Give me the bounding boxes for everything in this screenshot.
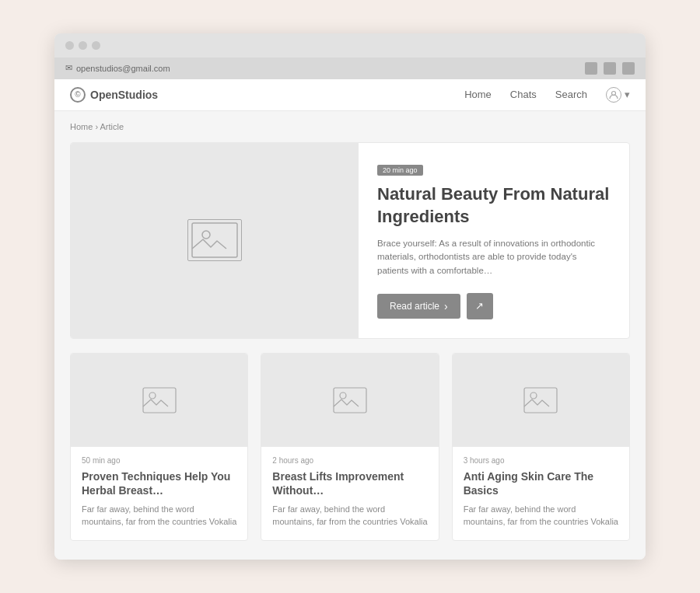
- image-placeholder-featured: [187, 219, 242, 261]
- svg-point-6: [340, 392, 346, 399]
- card-excerpt-2: Far far away, behind the word mountains,…: [464, 504, 618, 528]
- card-image-2: [453, 354, 629, 447]
- featured-article: 20 min ago Natural Beauty From Natural I…: [70, 142, 630, 339]
- svg-rect-1: [192, 223, 237, 257]
- articles-grid: 50 min ago Proven Techniques Help You He…: [70, 353, 630, 541]
- facebook-icon[interactable]: [585, 62, 597, 75]
- read-article-chevron: ›: [444, 300, 448, 312]
- nav-home[interactable]: Home: [464, 89, 492, 100]
- brand-name: OpenStudios: [90, 89, 158, 101]
- featured-time-badge: 20 min ago: [377, 165, 423, 176]
- svg-rect-5: [334, 388, 366, 413]
- image-icon-2: [523, 387, 558, 413]
- read-article-label: Read article: [390, 301, 439, 312]
- article-card-1: 2 hours ago Breast Lifts Improvement Wit…: [261, 353, 439, 541]
- svg-rect-7: [524, 388, 557, 413]
- browser-dot-green: [92, 41, 100, 50]
- breadcrumb: Home › Article: [70, 122, 630, 131]
- navbar: © OpenStudios Home Chats Search ▾: [54, 79, 646, 111]
- email-icon: ✉: [65, 63, 72, 73]
- browser-window: ✉ openstudios@gmail.com © OpenStudios Ho…: [54, 33, 646, 560]
- card-image-0: [71, 354, 247, 447]
- topbar-email-section: ✉ openstudios@gmail.com: [65, 63, 170, 73]
- image-icon-0: [142, 387, 177, 413]
- card-title-2: Anti Aging Skin Care The Basics: [464, 469, 618, 497]
- svg-point-2: [202, 231, 210, 239]
- card-content-2: 3 hours ago Anti Aging Skin Care The Bas…: [453, 447, 629, 540]
- featured-excerpt: Brace yourself: As a result of innovatio…: [377, 237, 611, 277]
- image-icon-1: [333, 387, 367, 413]
- share-button[interactable]: ↗: [467, 293, 493, 319]
- nav-links: Home Chats Search: [464, 89, 587, 100]
- user-dropdown-icon: ▾: [625, 89, 630, 100]
- featured-title: Natural Beauty From Natural Ingredients: [377, 183, 611, 228]
- social-icons: [585, 62, 635, 75]
- card-content-1: 2 hours ago Breast Lifts Improvement Wit…: [261, 447, 438, 540]
- brand: © OpenStudios: [70, 87, 158, 103]
- svg-point-8: [530, 392, 537, 399]
- nav-chats[interactable]: Chats: [510, 89, 537, 100]
- linkedin-icon[interactable]: [604, 62, 616, 75]
- page-content: Home › Article 20 min ago Natural Beauty…: [54, 111, 646, 560]
- card-time-0: 50 min ago: [82, 456, 236, 465]
- read-article-button[interactable]: Read article ›: [377, 294, 460, 319]
- topbar-email: openstudios@gmail.com: [76, 64, 170, 73]
- article-card-0: 50 min ago Proven Techniques Help You He…: [70, 353, 248, 541]
- user-avatar-icon: [606, 87, 621, 103]
- browser-topbar: ✉ openstudios@gmail.com: [54, 58, 646, 79]
- card-image-1: [261, 354, 438, 447]
- share-icon: ↗: [475, 300, 484, 312]
- browser-dot-yellow: [79, 41, 87, 50]
- svg-point-4: [149, 392, 156, 399]
- card-excerpt-0: Far far away, behind the word mountains,…: [82, 504, 236, 528]
- browser-dot-red: [65, 41, 74, 50]
- card-content-0: 50 min ago Proven Techniques Help You He…: [71, 447, 247, 540]
- brand-logo: ©: [70, 87, 86, 103]
- nav-search[interactable]: Search: [555, 89, 587, 100]
- card-time-1: 2 hours ago: [272, 456, 427, 465]
- article-actions: Read article › ↗: [377, 293, 611, 319]
- nav-user[interactable]: ▾: [606, 87, 630, 103]
- instagram-icon[interactable]: [622, 62, 635, 75]
- card-time-2: 3 hours ago: [464, 456, 618, 465]
- browser-titlebar: [54, 33, 646, 58]
- svg-rect-3: [143, 388, 176, 413]
- image-icon-featured: [191, 222, 238, 258]
- article-card-2: 3 hours ago Anti Aging Skin Care The Bas…: [452, 353, 630, 541]
- featured-content: 20 min ago Natural Beauty From Natural I…: [359, 143, 629, 338]
- card-title-1: Breast Lifts Improvement Without…: [272, 469, 427, 497]
- card-title-0: Proven Techniques Help You Herbal Breast…: [82, 469, 236, 497]
- card-excerpt-1: Far far away, behind the word mountains,…: [272, 504, 427, 528]
- featured-image: [71, 143, 359, 338]
